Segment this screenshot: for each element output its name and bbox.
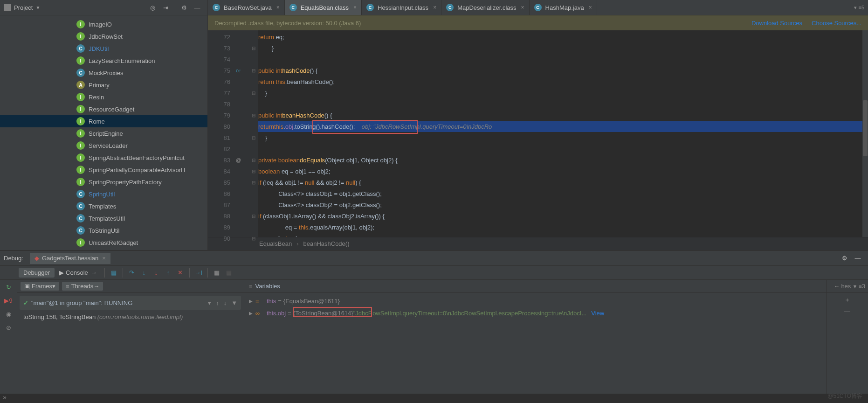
code-line-76[interactable]: return this.beanHashCode(); (258, 76, 862, 87)
step-out-icon[interactable]: ↑ (164, 269, 172, 277)
sidebar-item-scriptengine[interactable]: IScriptEngine (0, 127, 207, 139)
class-icon: C (366, 4, 374, 11)
force-step-into-icon[interactable]: ↓ (152, 269, 160, 277)
frames-button[interactable]: ▣ Frames ▾ (21, 282, 59, 291)
tab-HessianInput.class[interactable]: CHessianInput.class× (362, 0, 441, 15)
sidebar-item-unicastrefgadget[interactable]: IUnicastRefGadget (0, 236, 207, 249)
code-line-82[interactable] (258, 143, 862, 154)
project-label[interactable]: Project (14, 4, 33, 11)
code-line-88[interactable]: if (classObj1.isArray() && classObj2.isA… (258, 210, 862, 222)
tab-EqualsBean.class[interactable]: CEqualsBean.class× (285, 0, 362, 15)
code-line-87[interactable]: Class<?> classObj2 = obj2.getClass(); (258, 199, 862, 210)
sidebar-item-tostringutil[interactable]: CToStringUtil (0, 224, 207, 236)
view-link[interactable]: View (591, 310, 604, 317)
code-line-84[interactable]: boolean eq = obj1 == obj2; (258, 166, 862, 177)
code-editor[interactable]: 7273⊟7475o↑⊟7677⊟7879⊟8081⊟8283@⊟84⊟85⊟8… (208, 30, 868, 237)
close-icon[interactable]: × (433, 4, 436, 11)
chevron-down-icon[interactable]: ▾ (208, 299, 211, 306)
collapse-icon[interactable]: ⇥ (161, 3, 170, 12)
gear-icon[interactable]: ⚙ (840, 254, 849, 263)
stack-frame[interactable]: toString:158, ToStringBean (com.rometool… (20, 313, 241, 320)
threads-button[interactable]: ≡ Threads → (62, 282, 103, 291)
code-line-79[interactable]: public int beanHashCode() { (258, 110, 862, 121)
sidebar-item-mockproxies[interactable]: CMockProxies (0, 67, 207, 79)
sidebar-item-resin[interactable]: IResin (0, 91, 207, 103)
breadcrumbs[interactable]: EqualsBean › beanHashCode() (208, 237, 868, 250)
sidebar-item-springpropertypathfactory[interactable]: ISpringPropertyPathFactory (0, 176, 207, 188)
sidebar-item-jdbcrowset[interactable]: IJdbcRowSet (0, 30, 207, 42)
code-line-73[interactable]: } (258, 42, 862, 54)
sidebar-item-label: ToStringUtil (89, 227, 119, 234)
sidebar-item-resourcegadget[interactable]: IResourceGadget (0, 103, 207, 115)
run-to-cursor-icon[interactable]: →I (194, 269, 203, 277)
close-icon[interactable]: × (521, 4, 524, 11)
code-line-90[interactable]: } else { (258, 233, 862, 237)
hide-icon[interactable]: — (854, 254, 862, 263)
step-over-icon[interactable]: ↷ (128, 269, 136, 277)
tab-MapDeserializer.class[interactable]: CMapDeserializer.class× (441, 0, 529, 15)
drop-frame-icon[interactable]: ✕ (176, 269, 185, 277)
sidebar-item-templates[interactable]: CTemplates (0, 200, 207, 212)
remove-watch-icon[interactable]: — (844, 308, 850, 315)
choose-sources-link[interactable]: Choose Sources... (812, 20, 861, 27)
breadcrumb-class[interactable]: EqualsBean (259, 240, 292, 247)
next-frame-icon[interactable]: ↓ (224, 299, 227, 306)
sidebar-item-templatesutil[interactable]: CTemplatesUtil (0, 212, 207, 224)
breadcrumb-method[interactable]: beanHashCode() (303, 240, 349, 247)
editor-scrollbar[interactable] (862, 30, 868, 237)
tab-BaseRowSet.java[interactable]: CBaseRowSet.java× (208, 0, 285, 15)
sidebar-item-primary[interactable]: APrimary (0, 79, 207, 91)
hide-icon[interactable]: — (193, 3, 201, 12)
close-icon[interactable]: × (276, 4, 280, 11)
sidebar-item-springutil[interactable]: CSpringUtil (0, 188, 207, 200)
code-line-72[interactable]: return eq; (258, 31, 862, 42)
sidebar-item-rome[interactable]: IRome (0, 115, 207, 127)
sidebar-item-lazysearchenumeration[interactable]: ILazySearchEnumeration (0, 55, 207, 67)
code-line-75[interactable]: public int hashCode() { (258, 65, 862, 76)
class-icon: I (76, 238, 85, 247)
debug-config-tab[interactable]: ◆ GadgetsTest.hessian × (30, 253, 110, 264)
view-breakpoints-icon[interactable]: ◉ (6, 311, 11, 318)
tabs-overflow[interactable]: ▾ ≡5 (850, 0, 868, 15)
code-line-83[interactable]: private boolean doEquals(Object obj1, Ob… (258, 154, 862, 166)
sidebar-item-serviceloader[interactable]: IServiceLoader (0, 139, 207, 152)
download-sources-link[interactable]: Download Sources (751, 20, 802, 27)
stop-icon[interactable]: ▶9 (4, 297, 12, 304)
console-tab[interactable]: ▶Console→ (55, 268, 102, 278)
sidebar-item-springpartiallycomparableadvisorh[interactable]: ISpringPartiallyComparableAdvisorH (0, 164, 207, 176)
code-line-77[interactable]: } (258, 87, 862, 98)
prev-frame-icon[interactable]: ↑ (216, 299, 219, 306)
sidebar-item-imageio[interactable]: IImageIO (0, 18, 207, 30)
expand-icon[interactable]: » (0, 394, 9, 403)
thread-selector[interactable]: ✓ "main"@1 in group "main": RUNNING ▾ ↑ … (20, 296, 241, 310)
gear-icon[interactable]: ⚙ (180, 3, 188, 12)
rerun-icon[interactable]: ↻ (6, 284, 11, 291)
mute-breakpoints-icon[interactable]: ⊘ (6, 324, 11, 331)
code-line-89[interactable]: eq = this.equalsArray(obj1, obj2); (258, 222, 862, 233)
close-icon[interactable]: × (353, 4, 357, 11)
add-watch-icon[interactable]: ＋ (844, 296, 850, 304)
code-line-85[interactable]: if (!eq && obj1 != null && obj2 != null)… (258, 177, 862, 188)
target-icon[interactable]: ◎ (148, 3, 157, 12)
code-line-80[interactable]: return this.obj.toString().hashCode(); o… (258, 121, 862, 132)
variable-row[interactable]: ▶∞this.obj={ToStringBean@1614} "JdbcRowS… (244, 307, 826, 319)
code-line-74[interactable] (258, 54, 862, 65)
layout-icon[interactable]: ▤ (110, 269, 118, 277)
debugger-tab[interactable]: Debugger (19, 268, 55, 278)
evaluate-icon[interactable]: ▦ (213, 269, 221, 277)
sidebar-item-springabstractbeanfactorypointcut[interactable]: ISpringAbstractBeanFactoryPointcut (0, 152, 207, 164)
sidebar-item-label: JdbcRowSet (89, 33, 123, 40)
tab-HashMap.java[interactable]: CHashMap.java× (530, 0, 597, 15)
code-line-78[interactable] (258, 98, 862, 110)
project-tree[interactable]: IImageIOIJdbcRowSetCJDKUtilILazySearchEn… (0, 15, 207, 250)
code-line-81[interactable]: } (258, 132, 862, 143)
trace-icon[interactable]: ▤ (225, 269, 233, 277)
sidebar-item-jdkutil[interactable]: CJDKUtil (0, 42, 207, 55)
close-icon[interactable]: × (102, 255, 106, 262)
close-icon[interactable]: × (589, 4, 592, 11)
chevron-down-icon[interactable]: ▼ (35, 5, 40, 10)
step-into-icon[interactable]: ↓ (140, 269, 148, 277)
code-line-86[interactable]: Class<?> classObj1 = obj1.getClass(); (258, 188, 862, 199)
variable-row[interactable]: ▶≡this={EqualsBean@1611} (244, 295, 826, 307)
filter-icon[interactable]: ▼ (231, 299, 237, 306)
